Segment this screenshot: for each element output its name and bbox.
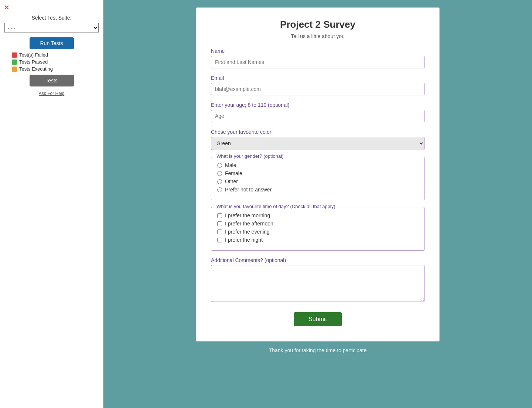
color-label: Chose your favourite color: bbox=[211, 129, 424, 135]
color-group: Chose your favourite color: Green Red Bl… bbox=[211, 129, 424, 150]
main-content: Project 2 Survey Tell us a little about … bbox=[103, 0, 532, 408]
failed-label: Test(s) Failed bbox=[19, 52, 48, 58]
executing-dot bbox=[12, 67, 17, 72]
time-night-label: I prefer the night bbox=[225, 237, 263, 243]
passed-label: Tests Passed bbox=[19, 59, 48, 65]
executing-label: Tests Executing bbox=[19, 66, 53, 72]
gender-male-item: Male bbox=[217, 162, 418, 168]
gender-prefer-not-label: Prefer not to answer bbox=[225, 187, 272, 193]
time-morning-item: I prefer the morning bbox=[217, 212, 418, 218]
time-afternoon-checkbox[interactable] bbox=[217, 221, 222, 226]
gender-male-radio[interactable] bbox=[217, 163, 222, 168]
time-night-checkbox[interactable] bbox=[217, 238, 222, 242]
age-group: Enter your age; 8 to 110 (optional) bbox=[211, 102, 424, 122]
gender-female-radio[interactable] bbox=[217, 171, 222, 176]
comments-label: Additional Comments? (optional) bbox=[211, 257, 424, 263]
failed-dot bbox=[12, 52, 17, 58]
time-morning-label: I prefer the morning bbox=[225, 212, 270, 218]
name-input[interactable] bbox=[211, 56, 424, 68]
thank-you-text: Thank you for taking the time to partici… bbox=[269, 347, 367, 353]
legend-area: Test(s) Failed Tests Passed Tests Execut… bbox=[12, 52, 99, 72]
color-select[interactable]: Green Red Blue Yellow Purple Orange Pink… bbox=[211, 137, 424, 150]
run-tests-button[interactable]: Run Tests bbox=[30, 37, 74, 49]
time-fieldset: What is you favourite time of day? (Chec… bbox=[211, 207, 424, 251]
ask-for-help-link[interactable]: Ask For Help bbox=[4, 91, 99, 96]
comments-textarea[interactable] bbox=[211, 265, 424, 302]
legend-passed: Tests Passed bbox=[12, 59, 99, 65]
time-night-item: I prefer the night bbox=[217, 237, 418, 243]
survey-subtitle: Tell us a little about you bbox=[211, 33, 424, 39]
gender-male-label: Male bbox=[225, 162, 236, 168]
time-afternoon-label: I prefer the afternoon bbox=[225, 221, 273, 227]
time-afternoon-item: I prefer the afternoon bbox=[217, 221, 418, 227]
survey-title: Project 2 Survey bbox=[211, 19, 424, 30]
email-label: Email bbox=[211, 75, 424, 81]
legend-executing: Tests Executing bbox=[12, 66, 99, 72]
time-evening-checkbox[interactable] bbox=[217, 229, 222, 234]
gender-other-radio[interactable] bbox=[217, 179, 222, 184]
email-input[interactable] bbox=[211, 83, 424, 95]
time-legend: What is you favourite time of day? (Chec… bbox=[215, 204, 337, 209]
gender-prefer-not-radio[interactable] bbox=[217, 187, 222, 192]
legend-failed: Test(s) Failed bbox=[12, 52, 99, 58]
time-evening-label: I prefer the evening bbox=[225, 229, 270, 235]
name-group: Name bbox=[211, 48, 424, 68]
time-group: What is you favourite time of day? (Chec… bbox=[211, 207, 424, 251]
tests-button[interactable]: Tests bbox=[30, 75, 74, 86]
name-label: Name bbox=[211, 48, 424, 54]
select-suite-label: Select Test Suite: bbox=[4, 15, 99, 21]
age-label: Enter your age; 8 to 110 (optional) bbox=[211, 102, 424, 108]
time-morning-checkbox[interactable] bbox=[217, 213, 222, 218]
gender-other-label: Other bbox=[225, 178, 238, 184]
gender-prefer-not-item: Prefer not to answer bbox=[217, 187, 418, 193]
gender-female-item: Female bbox=[217, 170, 418, 176]
gender-group: What is your gender? (optional) Male Fem… bbox=[211, 157, 424, 200]
passed-dot bbox=[12, 59, 17, 65]
close-button[interactable]: ✕ bbox=[4, 4, 9, 12]
gender-other-item: Other bbox=[217, 178, 418, 184]
gender-fieldset: What is your gender? (optional) Male Fem… bbox=[211, 157, 424, 200]
test-panel: ✕ Select Test Suite: - - - Run Tests Tes… bbox=[0, 0, 103, 408]
comments-group: Additional Comments? (optional) bbox=[211, 257, 424, 303]
age-input[interactable] bbox=[211, 110, 424, 122]
gender-legend: What is your gender? (optional) bbox=[215, 153, 285, 159]
email-group: Email bbox=[211, 75, 424, 95]
survey-card: Project 2 Survey Tell us a little about … bbox=[196, 7, 440, 341]
submit-button[interactable]: Submit bbox=[294, 312, 342, 326]
time-evening-item: I prefer the evening bbox=[217, 229, 418, 235]
gender-female-label: Female bbox=[225, 170, 242, 176]
suite-select[interactable]: - - - bbox=[4, 23, 99, 33]
